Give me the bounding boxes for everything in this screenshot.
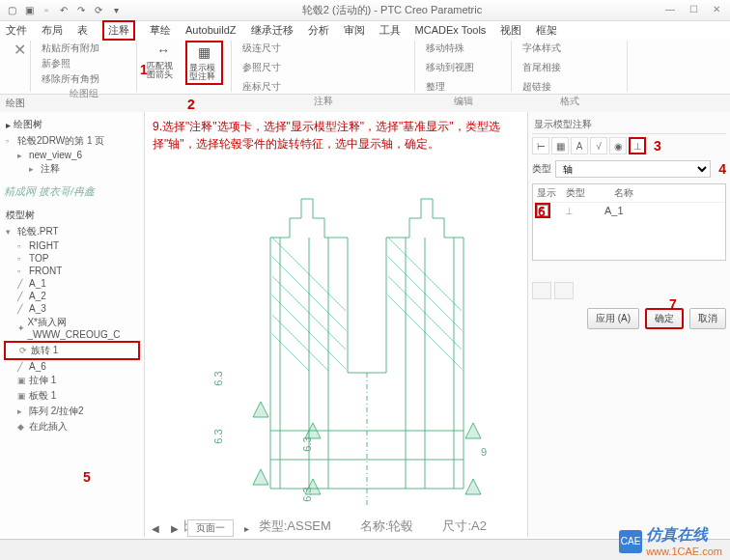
tree-a6[interactable]: ╱A_6 (4, 360, 140, 373)
text-attach-button[interactable]: 首尾相接 (519, 60, 564, 75)
panel-tab-note-icon[interactable]: A (571, 137, 588, 154)
marker-5: 5 (83, 469, 91, 485)
menu-frame[interactable]: 框架 (536, 23, 557, 38)
tree-top[interactable]: ▫TOP (4, 252, 140, 265)
tree-root[interactable]: ▫轮毂2DRW的第 1 页 (4, 133, 140, 149)
apply-button[interactable]: 应用 (A) (587, 308, 639, 329)
ribbon-label-format: 格式 (519, 95, 619, 108)
tree-pattern2[interactable]: ▸阵列 2/拉伸2 (4, 404, 140, 419)
type-label: 类型 (532, 162, 551, 176)
dim-9: 9 (481, 446, 487, 458)
tree-insert-url[interactable]: ✦X*插入网_WWW_CREOUG_C (4, 315, 140, 341)
ribbon-group-edit: 移动特殊 移动到视图 整理 编辑 (415, 41, 512, 92)
next-page-icon[interactable]: ▶ (168, 523, 182, 534)
marker-1: 1 (140, 62, 148, 77)
panel-dialog-buttons: 应用 (A) 确定 取消 (532, 302, 726, 335)
font-style-button[interactable]: 字体样式 (519, 41, 564, 56)
overline-button[interactable]: 超链接 (519, 79, 554, 95)
tree-dim-pat1[interactable]: ▣板毂 1 (4, 388, 140, 404)
menu-annotate[interactable]: 注释 (102, 20, 135, 41)
move-special-button[interactable]: 移动特殊 (423, 41, 467, 56)
model-tree-header: 模型树 (4, 207, 140, 224)
panel-tab-dim-icon[interactable]: ⊢ (532, 137, 549, 154)
prev-page-icon[interactable]: ◀ (149, 523, 162, 534)
new-file-icon[interactable]: ▢ (4, 3, 19, 18)
tree-insert-here[interactable]: ◆在此插入 (4, 419, 140, 434)
ribbon-group-annot: 级连尺寸 参照尺寸 座标尺寸 注释 (232, 41, 415, 92)
name-label: 名称:轮毂 (360, 518, 414, 535)
list-row[interactable]: ⟂ A_1 (533, 203, 725, 218)
cascade-dim-button[interactable]: 级连尺寸 (239, 41, 284, 56)
menu-analysis[interactable]: 分析 (308, 23, 329, 38)
workspace: ▸ 绘图树 ▫轮毂2DRW的第 1 页 ▸new_view_6 ▸注释 精成网 … (0, 112, 730, 537)
menu-layout[interactable]: 布局 (42, 23, 63, 38)
menu-mcae[interactable]: MCADEx Tools (415, 24, 487, 36)
menu-inherit[interactable]: 继承迁移 (251, 23, 294, 38)
ribbon: ✕ 粘贴所有附加 新参照 移除所有角拐 绘图组 ↔ 匹配视图箭头 ▦ 显示模型注… (0, 39, 730, 95)
ok-button[interactable]: 确定 (645, 308, 684, 329)
quick-access-toolbar: ▢ ▣ ▫ ↶ ↷ ⟳ ▾ (4, 3, 124, 18)
move-to-view-button[interactable]: 移动到视图 (423, 60, 477, 75)
minimize-button[interactable]: — (660, 4, 680, 17)
menu-view[interactable]: 视图 (500, 23, 521, 38)
panel-title: 显示模型注释 (532, 116, 726, 134)
menu-sketch[interactable]: 草绘 (150, 23, 171, 38)
coord-dim-button[interactable]: 座标尺寸 (239, 79, 284, 95)
tree-a1[interactable]: ╱A_1 (4, 277, 140, 290)
tree-right[interactable]: ▫RIGHT (4, 239, 140, 252)
tree-annot[interactable]: ▸注释 (4, 161, 140, 177)
delete-icon[interactable]: ✕ (14, 41, 22, 59)
menubar: 文件 布局 表 注释 草绘 AutobuildZ 继承迁移 分析 审阅 工具 M… (0, 21, 730, 39)
type-select[interactable]: 轴 (555, 160, 711, 178)
save-icon[interactable]: ▫ (39, 3, 54, 18)
tree-rotate1[interactable]: ⟳族转 1 (4, 341, 140, 360)
menu-file[interactable]: 文件 (6, 23, 27, 38)
menu-table[interactable]: 表 (77, 23, 88, 38)
ribbon-group-model-annot: ↔ 匹配视图箭头 ▦ 显示模型注释 1 (137, 41, 232, 92)
technical-drawing: 6.3 6.3 6.3 6.3 9 (222, 180, 512, 508)
watermark-text: 精成网 披衣哥/冉鑫 (4, 184, 140, 199)
arrange-button[interactable]: 整理 (423, 79, 448, 95)
ribbon-group-draw: 粘贴所有附加 新参照 移除所有角拐 绘图组 (31, 41, 137, 92)
drawing-canvas[interactable]: 9.选择"注释"选项卡，选择"显示模型注释"，选择"基准显示"，类型选择"轴"，… (145, 112, 527, 537)
paste-attach-button[interactable]: 粘贴所有附加 (39, 41, 102, 56)
tree-front[interactable]: ▫FRONT (4, 265, 140, 277)
tab-drawing[interactable]: 绘图 (6, 97, 25, 110)
menu-autobuild[interactable]: AutobuildZ (185, 24, 237, 36)
ref-dim-button[interactable]: 参照尺寸 (239, 60, 284, 75)
tree-dim-h1[interactable]: ▣拉伸 1 (4, 373, 140, 388)
marker-6: 6 (538, 204, 546, 219)
list-header: 显示 类型 名称 (533, 184, 725, 203)
show-model-annot-button[interactable]: ▦ 显示模型注释 (185, 41, 223, 85)
tree-a3[interactable]: ╱A_3 (4, 302, 140, 315)
redo-icon[interactable]: ↷ (73, 3, 89, 18)
col-name: 名称 (614, 186, 633, 200)
page-tab-1[interactable]: 页面一 (187, 519, 234, 537)
maximize-button[interactable]: ☐ (684, 4, 703, 17)
panel-tab-surf-icon[interactable]: √ (590, 137, 607, 154)
tree-part[interactable]: ▾轮毂.PRT (4, 224, 140, 239)
add-page-icon[interactable]: ▸ (239, 523, 253, 534)
quick-dropdown-icon[interactable]: ▾ (108, 3, 124, 18)
deselect-all-button[interactable] (554, 282, 574, 299)
new-ref-button[interactable]: 新参照 (39, 56, 73, 71)
svg-line-4 (272, 334, 309, 371)
match-view-arrow-button[interactable]: ↔ 匹配视图箭头 (145, 41, 182, 85)
undo-icon[interactable]: ↶ (56, 3, 71, 18)
cancel-button[interactable]: 取消 (689, 308, 726, 329)
menu-review[interactable]: 审阅 (344, 23, 365, 38)
panel-tab-datum-icon[interactable]: ⊥ (629, 137, 646, 154)
remove-corner-button[interactable]: 移除所有角拐 (39, 71, 102, 87)
tree-icon: ▸ (6, 120, 11, 130)
tree-view[interactable]: ▸new_view_6 (4, 149, 140, 161)
menu-tools[interactable]: 工具 (379, 23, 401, 38)
open-file-icon[interactable]: ▣ (21, 3, 37, 18)
type-label: 类型:ASSEM (259, 518, 331, 535)
regen-icon[interactable]: ⟳ (91, 3, 106, 18)
panel-tab-symbol-icon[interactable]: ◉ (609, 137, 627, 154)
col-show: 显示 (537, 186, 566, 200)
tree-a2[interactable]: ╱A_2 (4, 290, 140, 302)
close-button[interactable]: ✕ (707, 4, 726, 17)
select-all-button[interactable] (532, 282, 551, 299)
panel-tab-gtol-icon[interactable]: ▦ (551, 137, 569, 154)
